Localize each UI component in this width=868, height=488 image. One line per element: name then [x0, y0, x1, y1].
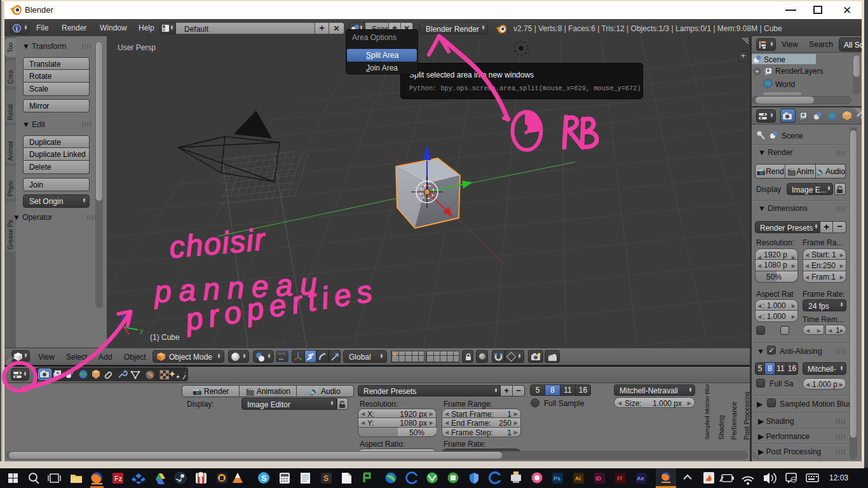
svg-text:12:03: 12:03 — [829, 473, 848, 482]
svg-text:Ae: Ae — [637, 475, 644, 482]
svg-text:S: S — [323, 474, 329, 483]
svg-text:S: S — [261, 473, 267, 483]
svg-text:y: y — [140, 327, 144, 334]
svg-text:Fz: Fz — [114, 475, 122, 482]
svg-text:Ps: Ps — [553, 475, 560, 482]
svg-text:Fl: Fl — [617, 475, 622, 482]
svg-text:Ai: Ai — [575, 475, 581, 482]
svg-text:ID: ID — [595, 475, 602, 482]
